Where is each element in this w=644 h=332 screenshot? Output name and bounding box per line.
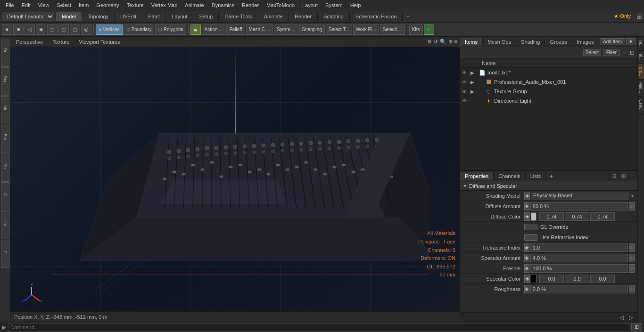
eye-icon-2[interactable]: 👁: [462, 89, 469, 94]
items-maximize-button[interactable]: ⊟: [629, 49, 636, 56]
tab-animate[interactable]: Animate: [258, 12, 289, 21]
falloff-button[interactable]: Falloff: [226, 24, 245, 35]
kits-button[interactable]: Kits: [409, 24, 423, 35]
menu-animate[interactable]: Animate: [181, 1, 207, 9]
execute-button[interactable]: ⊞: [631, 323, 642, 332]
vp-tab-texture[interactable]: Texture: [50, 38, 72, 46]
diffuse-amount-icon[interactable]: ◈: [524, 202, 529, 211]
shading-model-icon[interactable]: ◈: [524, 192, 530, 200]
diffuse-color-swatch[interactable]: [531, 212, 537, 221]
scene-expand-icon[interactable]: ▶: [471, 70, 477, 75]
vtab-user[interactable]: User...: [638, 97, 644, 115]
symm-button[interactable]: Symm ...: [274, 24, 298, 35]
vp-tab-viewport-textures[interactable]: Viewport Textures: [76, 38, 123, 46]
tab-mesh-ops[interactable]: Mesh Ops: [483, 38, 516, 46]
menu-item[interactable]: Item: [75, 1, 92, 9]
diffuse-color-b[interactable]: 0.74: [590, 212, 615, 221]
mesh-c-button[interactable]: Mesh C ...: [246, 24, 273, 35]
menu-edit[interactable]: Edit: [18, 1, 34, 9]
specular-amount-input[interactable]: [530, 254, 628, 262]
vtab-te[interactable]: Te...: [638, 37, 644, 51]
fresnel-input[interactable]: [530, 264, 628, 273]
tab-scripting[interactable]: Scripting: [318, 12, 350, 21]
menu-view[interactable]: View: [34, 1, 53, 9]
expand-icon-2[interactable]: ▶: [471, 89, 477, 94]
diffuse-amount-input[interactable]: [530, 202, 628, 211]
sidebar-item-em[interactable]: Em...: [1, 125, 9, 153]
roughness-input[interactable]: [530, 285, 628, 293]
boundary-button[interactable]: ◇ Boundary: [124, 24, 155, 35]
add-item-button[interactable]: Add Item: [600, 38, 625, 45]
menu-texture[interactable]: Texture: [123, 1, 148, 9]
select-t-button[interactable]: Select T...: [326, 24, 352, 35]
tab-uvedit[interactable]: UVEdit: [115, 12, 142, 21]
tab-images[interactable]: Images: [572, 38, 599, 46]
expand-button[interactable]: ⊞: [635, 11, 644, 22]
sidebar-item-de[interactable]: De...: [1, 39, 9, 67]
props-nav-prev[interactable]: ◁: [617, 314, 626, 321]
sidebar-item-dup[interactable]: Dup...: [1, 67, 9, 96]
command-arrow[interactable]: ▶: [2, 324, 6, 331]
specular-color-swatch[interactable]: [531, 275, 537, 283]
vtab-in[interactable]: In...: [638, 51, 644, 64]
menu-select[interactable]: Select: [53, 1, 75, 9]
specular-amount-drag[interactable]: ◁▷: [629, 254, 635, 262]
diffuse-amount-drag[interactable]: ◁▷: [629, 202, 635, 211]
menu-help[interactable]: Help: [347, 1, 365, 9]
items-filter-button[interactable]: Filter: [603, 49, 620, 56]
sidebar-item-c[interactable]: C...: [1, 182, 9, 211]
sidebar-item-me[interactable]: Me...: [1, 96, 9, 124]
sidebar-item-f[interactable]: F...: [1, 240, 9, 268]
tab-properties[interactable]: Properties: [460, 172, 494, 180]
select-mode-arrow[interactable]: ▼: [2, 24, 12, 35]
vp-tab-perspective[interactable]: Perspective: [13, 38, 46, 46]
vp-icon-more[interactable]: ≡: [454, 39, 457, 45]
vertices-button[interactable]: ● Vertices: [96, 24, 123, 35]
eye-icon-3[interactable]: 👁: [462, 98, 469, 104]
specular-color-g[interactable]: 0.0: [565, 275, 589, 283]
add-layout-tab-button[interactable]: +: [403, 12, 413, 21]
items-minus-button[interactable]: −: [622, 49, 627, 56]
transform-icon[interactable]: ◈: [36, 24, 46, 35]
vtab-mat[interactable]: Mat...: [638, 80, 644, 97]
tab-items[interactable]: Items: [460, 38, 483, 46]
vp-icon-rotate[interactable]: ↺: [434, 39, 438, 45]
props-nav-next[interactable]: ▷: [626, 314, 636, 321]
menu-file[interactable]: File: [2, 1, 18, 9]
item-row-light[interactable]: 👁 ☀ Directional Light: [460, 96, 637, 105]
specular-color-b[interactable]: 0.0: [590, 275, 615, 283]
dropdown-arrow[interactable]: ▼: [626, 38, 636, 45]
add-tool-button[interactable]: +: [424, 24, 434, 35]
eye-icon-1[interactable]: 👁: [462, 80, 469, 85]
gl-override-toggle[interactable]: [524, 224, 537, 230]
items-list[interactable]: 👁 ▶ 📄 modo.lxo* 👁 ▶ Professional_Audio_M…: [460, 68, 637, 170]
tab-lists[interactable]: Lists: [526, 172, 546, 180]
command-input[interactable]: [8, 323, 629, 332]
sidebar-item-po[interactable]: Po...: [1, 154, 9, 182]
tab-model[interactable]: Model: [56, 12, 82, 21]
tab-layout[interactable]: Layout: [166, 12, 193, 21]
diffuse-color-icon[interactable]: ◈: [524, 212, 530, 221]
vp-icon-settings[interactable]: ⚙: [427, 39, 432, 45]
star-only-button[interactable]: ★ Only: [610, 12, 635, 21]
tab-schematic-fusion[interactable]: Schematic Fusion: [350, 12, 403, 21]
action-button[interactable]: Action ...: [202, 24, 226, 35]
viewport-canvas[interactable]: All Materials Polygons : Face Channels: …: [10, 47, 460, 322]
sidebar-item-uv[interactable]: UV...: [1, 211, 9, 239]
vp-icon-expand[interactable]: ⊞: [448, 39, 453, 45]
menu-maxtomodo[interactable]: MaxToModo: [263, 1, 298, 9]
polygons-button[interactable]: ⬡ Polygons: [155, 24, 186, 35]
refractive-index-input[interactable]: [530, 243, 628, 252]
vp-icon-zoom[interactable]: 🔍: [440, 39, 446, 45]
menu-vertex-map[interactable]: Vertex Map: [148, 1, 182, 9]
tab-channels[interactable]: Channels: [494, 172, 525, 180]
expand-icon-1[interactable]: ▶: [471, 80, 477, 85]
work-pl-button[interactable]: Work Pl...: [353, 24, 379, 35]
item-row-texture[interactable]: 👁 ▶ ⬡ Texture Group: [460, 87, 637, 96]
snapping-button[interactable]: Snapping: [299, 24, 325, 35]
items-select-button[interactable]: Select: [583, 49, 601, 56]
use-refractive-index-toggle[interactable]: [524, 234, 537, 241]
refractive-index-drag[interactable]: ◁▷: [629, 243, 635, 252]
tab-setup[interactable]: Setup: [193, 12, 219, 21]
tab-render[interactable]: Render: [289, 12, 318, 21]
